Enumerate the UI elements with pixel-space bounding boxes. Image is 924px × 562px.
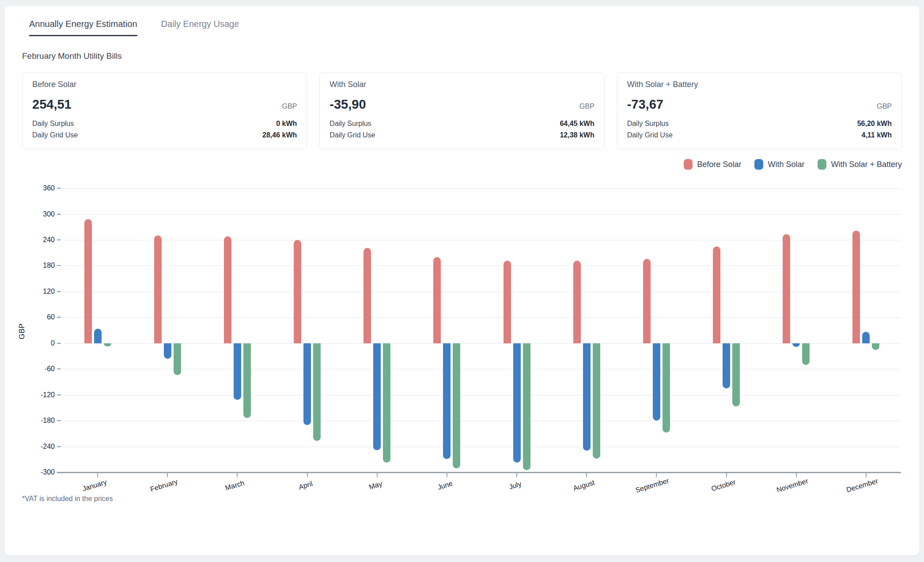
row-value: 64,45 kWh [560,118,594,129]
x-axis-label: March [224,479,246,492]
bar [373,343,381,451]
bar [154,235,162,343]
row-value: 12,38 kWh [560,129,594,141]
bar [523,343,530,470]
x-axis-label: December [845,477,879,494]
x-tick-mark [726,473,727,477]
y-tick-label: -180 [24,416,55,425]
row-value: 56,20 kWh [857,118,892,129]
gridline [63,395,901,395]
x-axis-label: November [776,477,809,494]
legend-label: Before Solar [697,160,741,169]
card-value: -35,90 [329,97,366,112]
gridline [63,214,901,215]
bar [732,343,740,406]
page-title-suffix: Month Utility Bills [58,51,122,61]
bar [364,248,371,343]
main-panel: Annually Energy Estimation Daily Energy … [4,5,920,556]
x-axis-label: August [572,478,596,493]
y-tick-label: -120 [24,391,55,399]
gridline [63,369,901,369]
legend-item-with-solar[interactable]: With Solar [754,159,804,170]
daily-surplus-row: Daily Surplus 64,45 kWh [329,118,594,129]
y-tick-mark [57,343,61,344]
bar [94,329,102,343]
tab-daily-energy-usage[interactable]: Daily Energy Usage [161,19,239,36]
x-tick-mark [516,473,517,477]
card-with-solar: With Solar -35,90 GBP Daily Surplus 64,4… [319,72,604,149]
bar [862,332,870,343]
y-tick-mark [57,239,61,240]
bar [872,343,879,350]
legend-label: With Solar + Battery [831,160,902,169]
tab-bar: Annually Energy Estimation Daily Energy … [29,6,902,36]
bar [224,236,231,343]
gridline [63,447,901,447]
x-tick-mark [586,473,587,477]
bar [84,219,92,343]
legend-item-with-solar-battery[interactable]: With Solar + Battery [818,159,902,170]
gridline [63,188,901,189]
bar [653,343,660,421]
gridline [63,240,901,240]
x-tick-mark [656,473,657,477]
y-tick-label: 120 [24,287,55,296]
bar [573,261,581,343]
bar [294,240,301,343]
bar [164,343,171,359]
daily-grid-use-row: Daily Grid Use 28,46 kWh [32,129,297,141]
row-label: Daily Surplus [32,118,74,129]
y-tick-mark [57,395,61,395]
bar [713,247,720,343]
bar [723,343,730,388]
x-axis-line [57,472,901,473]
card-before-solar: Before Solar 254,51 GBP Daily Surplus 0 … [22,72,307,149]
gridline [63,266,901,266]
x-axis-label: May [368,480,383,491]
y-tick-mark [57,420,61,421]
y-tick-label: 240 [24,235,55,244]
y-tick-mark [57,291,61,292]
daily-grid-use-row: Daily Grid Use 4,11 kWh [627,129,892,141]
legend-item-before-solar[interactable]: Before Solar [684,159,741,170]
x-axis-label: January [81,478,108,493]
bar [852,231,860,343]
x-axis-label: February [149,478,178,494]
x-tick-mark [97,473,98,477]
vat-footnote: *VAT is included in the prices [22,495,902,503]
card-title: Before Solar [32,80,297,89]
y-tick-label: -60 [24,365,55,373]
y-tick-mark [57,368,61,369]
legend-swatch-before-solar [684,159,693,170]
bar [643,259,651,343]
bar [513,343,521,463]
row-value: 28,46 kWh [262,129,297,141]
bar [783,234,790,343]
bar [234,343,241,400]
bar [313,343,321,441]
plot-area: 360300240180120600-60-120-180-240-300Jan… [63,188,901,472]
x-tick-mark [237,473,238,477]
bar [174,343,181,375]
card-value: 254,51 [32,97,72,112]
row-label: Daily Surplus [329,118,371,129]
tab-annually-energy-estimation[interactable]: Annually Energy Estimation [29,19,137,36]
y-tick-mark [57,446,61,447]
y-tick-mark [57,317,61,318]
bar [383,343,390,463]
x-tick-mark [866,473,867,477]
bar [802,343,810,365]
row-label: Daily Grid Use [329,129,375,141]
x-axis-label: April [298,480,314,492]
bar [792,343,800,347]
x-axis-label: July [508,480,522,491]
gridline [63,317,901,318]
daily-surplus-row: Daily Surplus 0 kWh [32,118,297,129]
card-currency: GBP [579,103,595,110]
row-value: 4,11 kWh [862,129,892,141]
x-tick-mark [167,473,168,477]
card-title: With Solar + Battery [627,80,892,89]
legend-label: With Solar [768,160,804,169]
summary-cards: Before Solar 254,51 GBP Daily Surplus 0 … [22,72,902,149]
x-axis-label: September [635,477,670,494]
